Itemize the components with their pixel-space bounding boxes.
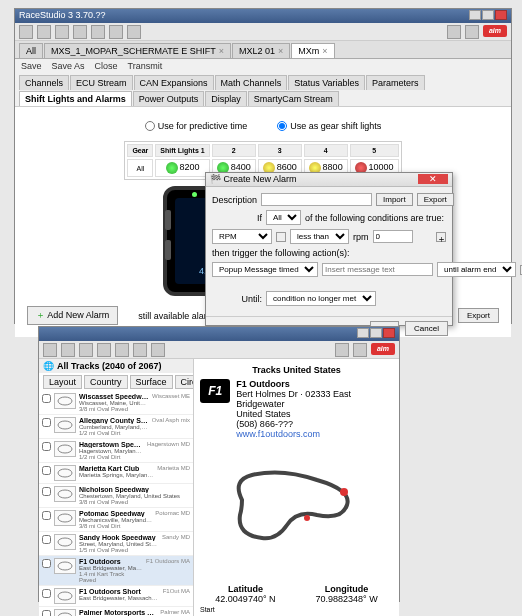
track-item[interactable]: Nicholson Speedway Chestertown, Maryland…: [39, 484, 193, 508]
track-checkbox[interactable]: [42, 442, 51, 451]
download-icon[interactable]: [91, 25, 105, 39]
tab-mxl2[interactable]: MXL2 01×: [232, 43, 290, 58]
track-thumb-icon: [54, 441, 76, 457]
download-icon[interactable]: [115, 343, 129, 357]
until-select[interactable]: condition no longer met: [266, 291, 376, 306]
action-select[interactable]: Popup Message timed: [212, 262, 318, 277]
led-green-icon: [166, 162, 178, 174]
close-icon[interactable]: ×: [322, 46, 327, 56]
track-name: Potomac Speedway: [79, 510, 152, 517]
cancel-button[interactable]: Cancel: [405, 321, 448, 336]
operator-select[interactable]: less than: [290, 229, 349, 244]
chart-icon[interactable]: [97, 343, 111, 357]
duration-select[interactable]: until alarm end: [437, 262, 516, 277]
track-checkbox[interactable]: [42, 589, 51, 598]
row-gear: All: [127, 159, 153, 177]
minimize-button[interactable]: [469, 10, 481, 20]
track-item[interactable]: Sandy Hook Speedway Street, Maryland, Un…: [39, 532, 193, 556]
device-icon[interactable]: [127, 25, 141, 39]
tab-ecu[interactable]: ECU Stream: [70, 75, 133, 90]
track-icon[interactable]: [109, 25, 123, 39]
signal-icon[interactable]: [465, 25, 479, 39]
track-checkbox[interactable]: [42, 610, 51, 616]
filter-surface[interactable]: Surface: [130, 375, 173, 389]
tab-power[interactable]: Power Outputs: [133, 91, 205, 106]
track-icon[interactable]: [133, 343, 147, 357]
tab-all[interactable]: All: [19, 43, 43, 58]
cloud-icon[interactable]: [61, 343, 75, 357]
track-item[interactable]: Wiscasset Speedway Wiscasset, Maine, Uni…: [39, 391, 193, 415]
tab-channels[interactable]: Channels: [19, 75, 69, 90]
track-web[interactable]: www.f1outdoors.com: [236, 429, 393, 439]
gear-icon[interactable]: [55, 25, 69, 39]
track-item[interactable]: Potomac Speedway Mechanicsville, Marylan…: [39, 508, 193, 532]
track-item[interactable]: Hagerstown Speedway Hagerstown, Maryland…: [39, 439, 193, 463]
track-checkbox[interactable]: [42, 394, 51, 403]
saveas-action[interactable]: Save As: [52, 61, 85, 71]
tab-params[interactable]: Parameters: [366, 75, 425, 90]
track-item[interactable]: Allegany County Speedway Cumberland, Mar…: [39, 415, 193, 439]
track-item[interactable]: Palmer Motorsports Park Palmer, Massachu…: [39, 607, 193, 616]
home-icon[interactable]: [43, 343, 57, 357]
transmit-action[interactable]: Transmit: [128, 61, 163, 71]
track-phone: (508) 866-???: [236, 419, 393, 429]
desc-input[interactable]: [261, 193, 372, 206]
track-checkbox[interactable]: [42, 559, 51, 568]
add-alarm-button[interactable]: ＋ Add New Alarm: [27, 306, 118, 325]
tab-can[interactable]: CAN Expansions: [134, 75, 214, 90]
track-name: F1 Outdoors Short: [79, 588, 160, 595]
save-action[interactable]: Save: [21, 61, 42, 71]
close-button[interactable]: [495, 10, 507, 20]
dialog-close-button[interactable]: ✕: [418, 174, 448, 184]
predictive-radio[interactable]: Use for predictive time: [145, 121, 248, 131]
import-button[interactable]: Import: [376, 193, 413, 206]
cloud-icon[interactable]: [37, 25, 51, 39]
track-checkbox[interactable]: [42, 535, 51, 544]
export-button[interactable]: Export: [458, 308, 499, 323]
track-item[interactable]: F1 Outdoors Short East Bridgewater, Mass…: [39, 586, 193, 607]
close-icon[interactable]: ×: [219, 46, 224, 56]
export-button[interactable]: Export: [417, 193, 454, 206]
gear-radio[interactable]: Use as gear shift lights: [277, 121, 381, 131]
track-len: 3/8 mi Oval Paved: [79, 406, 149, 412]
threshold-input[interactable]: [373, 230, 413, 243]
channel-picker-button[interactable]: [276, 232, 286, 242]
tab-status[interactable]: Status Variables: [288, 75, 365, 90]
maximize-button[interactable]: [370, 328, 382, 338]
device-icon[interactable]: [151, 343, 165, 357]
tab-mxm[interactable]: MXm×: [291, 43, 334, 58]
chart-icon[interactable]: [73, 25, 87, 39]
aim-logo: aim: [371, 343, 395, 355]
close-button[interactable]: [383, 328, 395, 338]
sl-cell-1[interactable]: 8200: [155, 159, 209, 177]
close-action[interactable]: Close: [95, 61, 118, 71]
tab-display[interactable]: Display: [205, 91, 247, 106]
tab-smarty[interactable]: SmartyCam Stream: [248, 91, 339, 106]
wifi-icon[interactable]: [447, 25, 461, 39]
minimize-button[interactable]: [357, 328, 369, 338]
message-input[interactable]: [322, 263, 433, 276]
filter-country[interactable]: Country: [84, 375, 128, 389]
home-icon[interactable]: [19, 25, 33, 39]
track-checkbox[interactable]: [42, 466, 51, 475]
tab-mxs1[interactable]: MXS_1_MOPAR_SCHERMATE E SHIFT×: [44, 43, 231, 58]
track-checkbox[interactable]: [42, 487, 51, 496]
wifi-icon[interactable]: [335, 343, 349, 357]
track-item[interactable]: Marietta Kart Club Marietta Springs, Mar…: [39, 463, 193, 484]
signal-icon[interactable]: [353, 343, 367, 357]
track-checkbox[interactable]: [42, 511, 51, 520]
close-icon[interactable]: ×: [278, 46, 283, 56]
filter-circuit[interactable]: Circuit: [175, 375, 194, 389]
channel-select[interactable]: RPM: [212, 229, 272, 244]
titlebar-2: [39, 327, 399, 341]
filter-layout[interactable]: Layout: [43, 375, 82, 389]
tab-shift[interactable]: Shift Lights and Alarms: [19, 91, 132, 106]
all-select[interactable]: All: [266, 210, 301, 225]
track-item[interactable]: F1 Outdoors East Bridgewater, Massachuse…: [39, 556, 193, 586]
hdr-sl1: Shift Lights 1: [155, 144, 209, 157]
gear-icon[interactable]: [79, 343, 93, 357]
maximize-button[interactable]: [482, 10, 494, 20]
tab-math[interactable]: Math Channels: [215, 75, 288, 90]
add-condition-button[interactable]: ＋: [436, 232, 446, 242]
track-checkbox[interactable]: [42, 418, 51, 427]
